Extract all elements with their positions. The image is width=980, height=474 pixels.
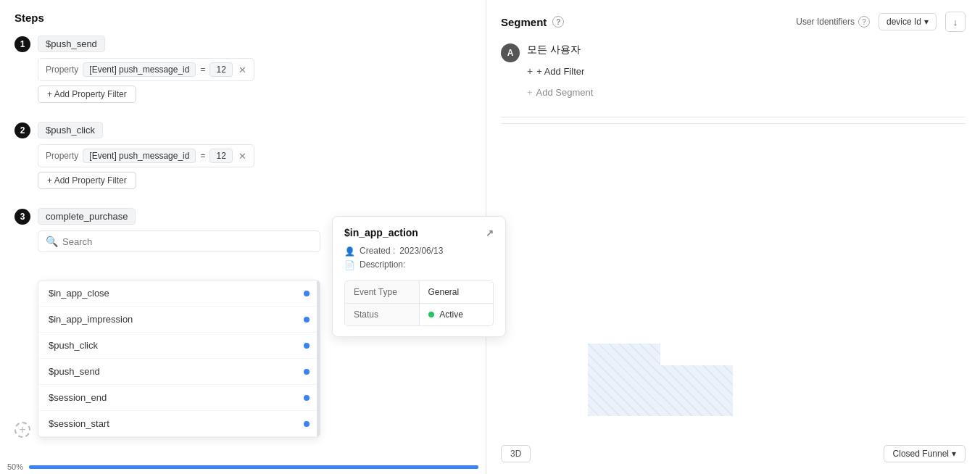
dropdown-item-in-app-close[interactable]: $in_app_close [38,280,320,307]
download-button[interactable]: ↓ [945,12,966,32]
step-2-property-eq: = [200,151,205,161]
segment-header: Segment ? User Identifiers ? device Id ▾… [501,12,966,32]
detail-event-type-row: Event Type General [345,281,493,304]
detail-description-label: Description: [360,259,405,270]
external-link-icon[interactable]: ↗ [486,228,494,238]
dropdown-item-push-send[interactable]: $push_send [38,359,320,385]
step-2-property-num[interactable]: 12 [209,149,232,163]
closed-funnel-button[interactable]: Closed Funnel ▾ [884,445,966,462]
detail-created-label: Created : [360,246,395,256]
detail-created-value: 2023/06/13 [399,246,443,256]
step-1-name[interactable]: $push_send [38,36,105,52]
detail-table: Event Type General Status Active [344,280,494,326]
detail-description-row: 📄 Description: [344,259,494,270]
detail-created-row: 👤 Created : 2023/06/13 [344,246,494,257]
step-1-property-label: Property [46,65,78,75]
segment-user-content: 모든 사용자 + + Add Filter + Add Segment [527,43,966,101]
segment-panel: Segment ? User Identifiers ? device Id ▾… [486,0,980,474]
event-type-label: Event Type [345,281,420,303]
step-1-property-row: Property [Event] push_message_id = 12 ✕ [38,58,254,81]
dropdown-item-in-app-impression[interactable]: $in_app_impression [38,307,320,333]
dropdown-item-push-click[interactable]: $push_click [38,333,320,359]
search-box[interactable]: 🔍 [38,230,320,252]
segment-title: Segment [501,16,547,28]
search-icon: 🔍 [46,236,58,247]
step-3-name[interactable]: complete_purchase [38,208,136,225]
steps-title: Steps [0,0,486,30]
scrollbar[interactable] [317,280,320,437]
bottom-controls: 3D Closed Funnel ▾ [501,445,966,462]
bottom-left-controls: 3D [501,445,531,462]
step-2-number: 2 [14,122,30,138]
dropdown-dot-5 [304,421,310,427]
zoom-bar-container: 50% [0,460,486,474]
add-segment-plus-icon: + [527,87,533,98]
event-dropdown-list: $in_app_close $in_app_impression $push_c… [38,280,320,438]
zoom-bar[interactable] [29,465,478,469]
step-1-property-close-icon[interactable]: ✕ [238,65,246,75]
status-dot [428,312,434,317]
add-filter-segment-label: + Add Filter [536,66,584,77]
step-2-property-label: Property [46,151,78,161]
step-2-property-close-icon[interactable]: ✕ [238,151,246,162]
event-type-value: General [420,281,494,303]
user-identifiers-label: User Identifiers ? [796,16,870,28]
segment-title-area: Segment ? [501,16,564,28]
step-2-add-filter-button[interactable]: + Add Property Filter [38,172,136,189]
chart-hatch-1 [588,344,660,416]
dropdown-dot-3 [304,369,310,375]
step-2-property-row: Property [Event] push_message_id = 12 ✕ [38,144,254,167]
view-3d-button[interactable]: 3D [501,445,531,462]
chevron-down-icon: ▾ [924,17,929,27]
zoom-label: 50% [7,462,23,471]
step-1: 1 $push_send Property [Event] push_messa… [0,30,486,116]
step-2-add-filter-label: + Add Property Filter [47,175,127,186]
closed-funnel-chevron-icon: ▾ [952,449,956,459]
status-value: Active [420,304,494,325]
chart-line-mid [501,123,966,124]
chart-area [501,117,966,438]
dropdown-dot-2 [304,343,310,349]
document-icon: 📄 [344,260,355,270]
closed-funnel-label: Closed Funnel [893,449,949,459]
step-3-number: 3 [14,209,30,225]
segment-user-row: A 모든 사용자 + + Add Filter + Add Segment [501,43,966,101]
segment-actions: + + Add Filter + Add Segment [527,62,966,101]
dropdown-item-session-end[interactable]: $session_end [38,385,320,411]
step-1-add-filter-button[interactable]: + Add Property Filter [38,86,136,103]
event-detail-panel: $in_app_action ↗ 👤 Created : 2023/06/13 … [332,216,506,337]
dropdown-dot-4 [304,395,310,401]
detail-meta: 👤 Created : 2023/06/13 📄 Description: [344,246,494,270]
search-input[interactable] [62,236,312,247]
segment-user-name: 모든 사용자 [527,43,966,57]
step-1-add-filter-label: + Add Property Filter [47,89,127,99]
segment-avatar: A [501,43,520,62]
status-label: Status [345,304,420,325]
plus-icon: + [527,65,533,77]
chart-line-top [501,117,966,117]
step-1-property-num[interactable]: 12 [209,62,232,77]
detail-title: $in_app_action ↗ [344,227,494,238]
dropdown-dot-0 [304,291,310,296]
step-2-name[interactable]: $push_click [38,122,103,138]
add-filter-segment-button[interactable]: + + Add Filter [527,62,966,80]
add-segment-label: Add Segment [536,87,594,98]
chart-hatch-2 [660,365,733,416]
detail-status-row: Status Active [345,304,493,325]
segment-controls: User Identifiers ? device Id ▾ ↓ [796,12,966,32]
user-identifiers-help-icon[interactable]: ? [858,16,870,28]
step-1-property-eq: = [200,65,205,75]
step-1-property-value[interactable]: [Event] push_message_id [83,62,196,77]
add-segment-button[interactable]: + Add Segment [527,84,966,101]
dropdown-dot-1 [304,317,310,323]
user-icon: 👤 [344,246,355,257]
chart-bars [501,130,966,438]
step-1-number: 1 [14,36,30,52]
step-2: 2 $push_click Property [Event] push_mess… [0,116,486,202]
add-step-button[interactable]: + [14,422,30,438]
dropdown-item-session-start[interactable]: $session_start [38,411,320,437]
download-icon: ↓ [953,17,958,28]
segment-help-icon[interactable]: ? [552,16,564,28]
device-id-select[interactable]: device Id ▾ [879,13,937,30]
step-2-property-value[interactable]: [Event] push_message_id [83,149,196,163]
